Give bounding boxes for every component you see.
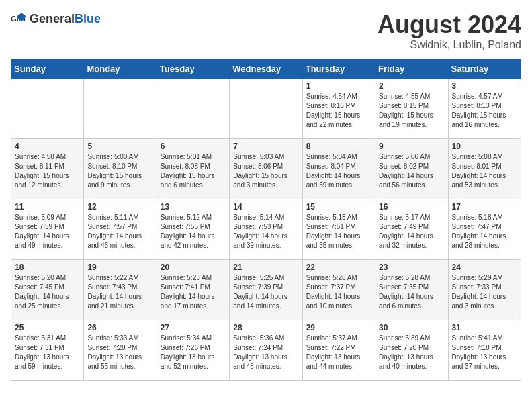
day-number: 22 <box>306 263 371 272</box>
calendar-cell: 25Sunrise: 5:31 AM Sunset: 7:31 PM Dayli… <box>11 320 84 381</box>
day-info: Sunrise: 5:22 AM Sunset: 7:43 PM Dayligh… <box>87 273 152 311</box>
day-info: Sunrise: 5:03 AM Sunset: 8:06 PM Dayligh… <box>233 152 298 190</box>
day-info: Sunrise: 5:33 AM Sunset: 7:28 PM Dayligh… <box>87 334 152 371</box>
day-number: 14 <box>233 202 298 212</box>
logo: Gen GeneralBlue <box>11 11 101 27</box>
day-number: 4 <box>15 142 80 151</box>
day-number: 28 <box>233 323 298 332</box>
calendar-title: August 2024 <box>378 11 521 39</box>
day-number: 5 <box>87 142 152 151</box>
calendar-cell: 27Sunrise: 5:34 AM Sunset: 7:26 PM Dayli… <box>157 320 229 381</box>
day-number: 25 <box>15 323 80 332</box>
day-info: Sunrise: 5:29 AM Sunset: 7:33 PM Dayligh… <box>452 273 517 311</box>
logo-general: General <box>30 12 75 26</box>
calendar-cell: 2Sunrise: 4:55 AM Sunset: 8:15 PM Daylig… <box>375 79 448 139</box>
calendar-cell: 5Sunrise: 5:00 AM Sunset: 8:10 PM Daylig… <box>84 139 157 199</box>
day-number: 6 <box>161 142 226 151</box>
day-number: 27 <box>161 323 226 332</box>
calendar-cell: 23Sunrise: 5:28 AM Sunset: 7:35 PM Dayli… <box>375 260 448 320</box>
day-info: Sunrise: 5:26 AM Sunset: 7:37 PM Dayligh… <box>306 273 371 311</box>
day-info: Sunrise: 5:14 AM Sunset: 7:53 PM Dayligh… <box>233 213 298 250</box>
calendar-cell <box>157 79 229 139</box>
header-friday: Friday <box>375 60 448 79</box>
day-number: 12 <box>87 202 152 212</box>
header-sunday: Sunday <box>11 60 84 79</box>
logo-blue: Blue <box>75 12 101 26</box>
header-saturday: Saturday <box>448 60 521 79</box>
calendar-cell: 20Sunrise: 5:23 AM Sunset: 7:41 PM Dayli… <box>157 260 229 320</box>
title-area: August 2024 Swidnik, Lublin, Poland <box>378 11 521 51</box>
calendar-cell: 10Sunrise: 5:08 AM Sunset: 8:01 PM Dayli… <box>448 139 521 199</box>
day-number: 13 <box>161 202 226 212</box>
day-info: Sunrise: 5:34 AM Sunset: 7:26 PM Dayligh… <box>161 334 226 371</box>
day-info: Sunrise: 4:55 AM Sunset: 8:15 PM Dayligh… <box>379 92 444 130</box>
day-number: 15 <box>306 202 371 212</box>
day-info: Sunrise: 5:11 AM Sunset: 7:57 PM Dayligh… <box>87 213 152 250</box>
day-number: 3 <box>452 81 517 91</box>
calendar-cell: 22Sunrise: 5:26 AM Sunset: 7:37 PM Dayli… <box>302 260 375 320</box>
day-number: 30 <box>379 323 444 332</box>
calendar-week-2: 4Sunrise: 4:58 AM Sunset: 8:11 PM Daylig… <box>11 139 521 199</box>
day-number: 8 <box>306 142 371 151</box>
calendar-cell <box>84 79 157 139</box>
day-info: Sunrise: 5:39 AM Sunset: 7:20 PM Dayligh… <box>379 334 444 371</box>
day-number: 29 <box>306 323 371 332</box>
header-tuesday: Tuesday <box>157 60 229 79</box>
day-number: 23 <box>379 263 444 272</box>
calendar-cell <box>230 79 302 139</box>
day-info: Sunrise: 5:12 AM Sunset: 7:55 PM Dayligh… <box>161 213 226 250</box>
day-number: 9 <box>379 142 444 151</box>
calendar-cell: 21Sunrise: 5:25 AM Sunset: 7:39 PM Dayli… <box>230 260 302 320</box>
day-info: Sunrise: 5:01 AM Sunset: 8:08 PM Dayligh… <box>161 152 226 190</box>
day-info: Sunrise: 5:28 AM Sunset: 7:35 PM Dayligh… <box>379 273 444 311</box>
day-info: Sunrise: 4:54 AM Sunset: 8:16 PM Dayligh… <box>306 92 371 130</box>
calendar-subtitle: Swidnik, Lublin, Poland <box>378 39 521 51</box>
calendar-cell: 31Sunrise: 5:41 AM Sunset: 7:18 PM Dayli… <box>448 320 521 381</box>
calendar-cell: 30Sunrise: 5:39 AM Sunset: 7:20 PM Dayli… <box>375 320 448 381</box>
calendar-cell: 19Sunrise: 5:22 AM Sunset: 7:43 PM Dayli… <box>84 260 157 320</box>
calendar-cell: 9Sunrise: 5:06 AM Sunset: 8:02 PM Daylig… <box>375 139 448 199</box>
header-monday: Monday <box>84 60 157 79</box>
calendar-table: Sunday Monday Tuesday Wednesday Thursday… <box>11 59 521 381</box>
day-number: 26 <box>87 323 152 332</box>
day-number: 10 <box>452 142 517 151</box>
calendar-cell: 6Sunrise: 5:01 AM Sunset: 8:08 PM Daylig… <box>157 139 229 199</box>
calendar-cell: 8Sunrise: 5:04 AM Sunset: 8:04 PM Daylig… <box>302 139 375 199</box>
day-info: Sunrise: 5:37 AM Sunset: 7:22 PM Dayligh… <box>306 334 371 371</box>
day-number: 16 <box>379 202 444 212</box>
day-number: 21 <box>233 263 298 272</box>
header-wednesday: Wednesday <box>230 60 302 79</box>
day-info: Sunrise: 4:57 AM Sunset: 8:13 PM Dayligh… <box>452 92 517 130</box>
day-info: Sunrise: 5:41 AM Sunset: 7:18 PM Dayligh… <box>452 334 517 371</box>
day-info: Sunrise: 5:25 AM Sunset: 7:39 PM Dayligh… <box>233 273 298 311</box>
calendar-cell: 14Sunrise: 5:14 AM Sunset: 7:53 PM Dayli… <box>230 199 302 260</box>
day-info: Sunrise: 5:23 AM Sunset: 7:41 PM Dayligh… <box>161 273 226 311</box>
calendar-cell: 24Sunrise: 5:29 AM Sunset: 7:33 PM Dayli… <box>448 260 521 320</box>
day-info: Sunrise: 5:18 AM Sunset: 7:47 PM Dayligh… <box>452 213 517 250</box>
calendar-cell: 12Sunrise: 5:11 AM Sunset: 7:57 PM Dayli… <box>84 199 157 260</box>
calendar-cell: 15Sunrise: 5:15 AM Sunset: 7:51 PM Dayli… <box>302 199 375 260</box>
calendar-cell: 3Sunrise: 4:57 AM Sunset: 8:13 PM Daylig… <box>448 79 521 139</box>
day-info: Sunrise: 5:15 AM Sunset: 7:51 PM Dayligh… <box>306 213 371 250</box>
calendar-week-5: 25Sunrise: 5:31 AM Sunset: 7:31 PM Dayli… <box>11 320 521 381</box>
weekday-header-row: Sunday Monday Tuesday Wednesday Thursday… <box>11 60 521 79</box>
calendar-cell: 17Sunrise: 5:18 AM Sunset: 7:47 PM Dayli… <box>448 199 521 260</box>
calendar-cell: 28Sunrise: 5:36 AM Sunset: 7:24 PM Dayli… <box>230 320 302 381</box>
calendar-cell: 18Sunrise: 5:20 AM Sunset: 7:45 PM Dayli… <box>11 260 84 320</box>
day-number: 1 <box>306 81 371 91</box>
day-info: Sunrise: 5:36 AM Sunset: 7:24 PM Dayligh… <box>233 334 298 371</box>
day-info: Sunrise: 5:20 AM Sunset: 7:45 PM Dayligh… <box>15 273 80 311</box>
calendar-week-4: 18Sunrise: 5:20 AM Sunset: 7:45 PM Dayli… <box>11 260 521 320</box>
day-info: Sunrise: 4:58 AM Sunset: 8:11 PM Dayligh… <box>15 152 80 190</box>
calendar-week-1: 1Sunrise: 4:54 AM Sunset: 8:16 PM Daylig… <box>11 79 521 139</box>
day-info: Sunrise: 5:00 AM Sunset: 8:10 PM Dayligh… <box>87 152 152 190</box>
day-number: 7 <box>233 142 298 151</box>
day-number: 19 <box>87 263 152 272</box>
day-number: 11 <box>15 202 80 212</box>
logo-icon: Gen <box>11 11 27 27</box>
calendar-cell: 13Sunrise: 5:12 AM Sunset: 7:55 PM Dayli… <box>157 199 229 260</box>
header-thursday: Thursday <box>302 60 375 79</box>
calendar-cell: 1Sunrise: 4:54 AM Sunset: 8:16 PM Daylig… <box>302 79 375 139</box>
day-info: Sunrise: 5:08 AM Sunset: 8:01 PM Dayligh… <box>452 152 517 190</box>
calendar-cell: 7Sunrise: 5:03 AM Sunset: 8:06 PM Daylig… <box>230 139 302 199</box>
